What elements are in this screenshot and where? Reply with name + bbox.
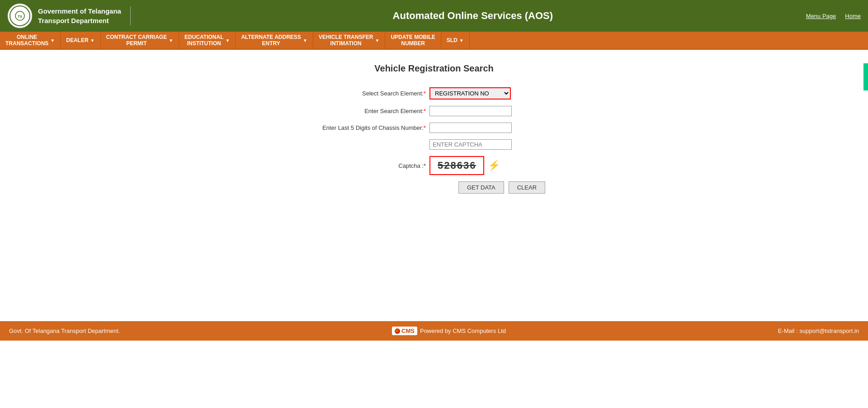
nav-sld[interactable]: SLD ▼ <box>441 32 470 49</box>
select-search-row: Select Search Element:* REGISTRATION NO <box>253 87 615 100</box>
dealer-arrow: ▼ <box>90 38 95 43</box>
header: TS Government of Telangana Transport Dep… <box>0 0 868 32</box>
menu-page-link[interactable]: Menu Page <box>806 13 836 19</box>
nav-dealer[interactable]: DEALER ▼ <box>61 32 100 49</box>
captcha-label: Captcha :* <box>294 162 429 169</box>
contract-carriage-arrow: ▼ <box>169 38 173 43</box>
nav-online-transactions[interactable]: ONLINETRANSACTIONS ▼ <box>0 32 61 49</box>
nav-vehicle-transfer-intimation[interactable]: VEHICLE TRANSFERINTIMATION ▼ <box>313 32 386 49</box>
page-title: Vehicle Registration Search <box>253 63 615 74</box>
buttons-row: GET DATA CLEAR <box>389 181 615 194</box>
search-element-select[interactable]: REGISTRATION NO <box>429 87 511 100</box>
alternate-address-arrow: ▼ <box>303 38 307 43</box>
educational-arrow: ▼ <box>226 38 230 43</box>
main-content: Vehicle Registration Search Select Searc… <box>0 50 868 321</box>
nav-update-mobile-number[interactable]: UPDATE MOBILENUMBER <box>385 32 441 49</box>
select-search-control: REGISTRATION NO <box>429 87 574 100</box>
cms-dot <box>395 328 400 334</box>
right-accent-bar <box>863 63 868 90</box>
footer: Govt. Of Telangana Transport Department.… <box>0 321 868 341</box>
cms-logo: CMS <box>392 327 417 335</box>
search-element-row: Enter Search Element:* <box>253 106 615 116</box>
navbar: ONLINETRANSACTIONS ▼ DEALER ▼ CONTRACT C… <box>0 32 868 50</box>
nav-alternate-address-entry[interactable]: ALTERNATE ADDRESSENTRY ▼ <box>236 32 313 49</box>
svg-text:TS: TS <box>18 14 23 19</box>
select-search-label: Select Search Element:* <box>294 90 429 97</box>
home-link[interactable]: Home <box>845 13 861 19</box>
footer-left-text: Govt. Of Telangana Transport Department. <box>9 327 120 334</box>
search-element-label: Enter Search Element:* <box>294 108 429 114</box>
vehicle-transfer-arrow: ▼ <box>375 38 379 43</box>
clear-button[interactable]: CLEAR <box>509 181 545 194</box>
captcha-input[interactable] <box>429 139 512 150</box>
form-section: Vehicle Registration Search Select Searc… <box>253 63 615 194</box>
search-element-control <box>429 106 574 116</box>
powered-by-text: Powered by CMS Computers Ltd <box>420 327 506 334</box>
captcha-refresh-icon[interactable]: ⚡ <box>488 160 500 171</box>
nav-contract-carriage-permit[interactable]: CONTRACT CARRIAGEPERMIT ▼ <box>101 32 179 49</box>
app-title: Automated Online Services (AOS) <box>140 10 806 22</box>
captcha-display-row: Captcha :* 528636 ⚡ <box>253 156 615 175</box>
captcha-input-control <box>429 139 574 150</box>
captcha-input-row <box>253 139 615 150</box>
captcha-display: 528636 <box>429 156 484 175</box>
chassis-control <box>429 123 574 133</box>
footer-center: CMS Powered by CMS Computers Ltd <box>392 327 506 335</box>
cms-text: CMS <box>401 327 415 334</box>
org-title: Government of Telangana Transport Depart… <box>38 6 131 25</box>
get-data-button[interactable]: GET DATA <box>458 181 504 194</box>
captcha-control-wrap: 528636 ⚡ <box>429 156 574 175</box>
footer-email: E-Mail : support@tstransport.in <box>778 327 859 334</box>
chassis-input[interactable] <box>429 123 512 133</box>
chassis-label: Enter Last 5 Digits of Chassis Number:* <box>294 124 429 131</box>
header-nav: Menu Page Home <box>806 13 861 19</box>
online-transactions-arrow: ▼ <box>50 38 55 43</box>
search-element-input[interactable] <box>429 106 512 116</box>
nav-educational-institution[interactable]: EDUCATIONALINSTITUTION ▼ <box>179 32 236 49</box>
sld-arrow: ▼ <box>459 38 464 43</box>
chassis-row: Enter Last 5 Digits of Chassis Number:* <box>253 123 615 133</box>
govt-logo: TS <box>7 3 33 28</box>
